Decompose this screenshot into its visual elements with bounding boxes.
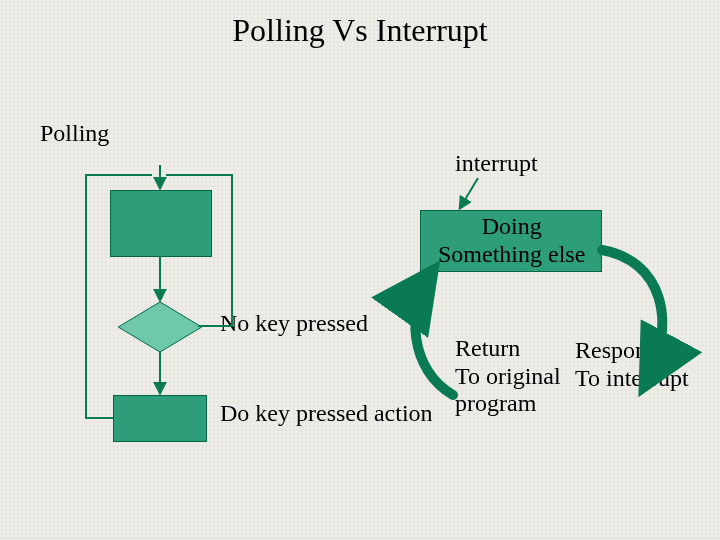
polling-box-2 bbox=[113, 395, 207, 442]
polling-decision-diamond bbox=[118, 302, 202, 352]
no-key-label: No key pressed bbox=[220, 310, 368, 338]
polling-box-1 bbox=[110, 190, 212, 257]
page-title: Polling Vs Interrupt bbox=[0, 12, 720, 49]
flow-arrows bbox=[0, 0, 720, 540]
svg-line-3 bbox=[460, 178, 478, 208]
doing-box-text: Doing Something else bbox=[438, 213, 585, 268]
interrupt-heading: interrupt bbox=[455, 150, 538, 178]
response-label: Response To interrupt bbox=[575, 337, 689, 392]
return-label: Return To original program bbox=[455, 335, 561, 418]
polling-heading: Polling bbox=[40, 120, 109, 148]
do-action-label: Do key pressed action bbox=[220, 400, 433, 428]
